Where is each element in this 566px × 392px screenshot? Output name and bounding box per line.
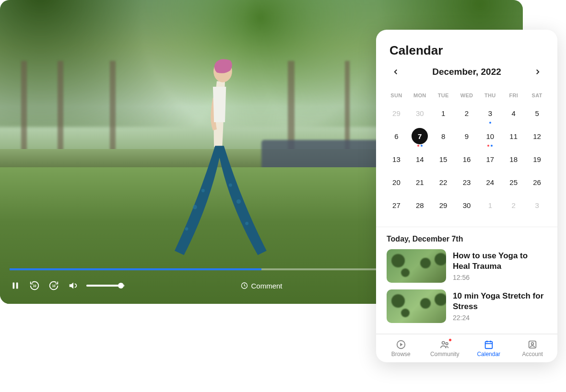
calendar-dow: SUN bbox=[385, 88, 408, 103]
calendar-day-number: 26 bbox=[529, 174, 545, 190]
calendar-day[interactable]: 6 bbox=[385, 126, 408, 149]
nav-account[interactable]: Account bbox=[515, 339, 550, 357]
calendar-day-number: 13 bbox=[388, 151, 404, 167]
calendar-day-number: 11 bbox=[506, 128, 522, 144]
notification-dot bbox=[448, 338, 452, 342]
calendar-day[interactable]: 19 bbox=[525, 149, 549, 172]
nav-label: Community bbox=[430, 351, 460, 357]
calendar-dow: THU bbox=[478, 88, 502, 103]
calendar-day[interactable]: 2 bbox=[502, 195, 525, 218]
event-thumbnail bbox=[387, 249, 446, 283]
rewind-10-button[interactable]: 10 bbox=[29, 280, 40, 291]
calendar-day[interactable]: 24 bbox=[478, 172, 502, 195]
calendar-day[interactable]: 25 bbox=[502, 172, 525, 195]
calendar-day[interactable]: 4 bbox=[502, 103, 525, 126]
calendar-dow: MON bbox=[408, 88, 432, 103]
calendar-day-number: 10 bbox=[482, 128, 498, 144]
calendar-day[interactable]: 30 bbox=[408, 103, 432, 126]
svg-text:10: 10 bbox=[52, 284, 56, 288]
calendar-title: Calendar bbox=[389, 43, 544, 58]
calendar-day[interactable]: 2 bbox=[455, 103, 479, 126]
volume-slider[interactable] bbox=[86, 285, 125, 287]
calendar-day[interactable]: 10 bbox=[478, 126, 502, 149]
calendar-day[interactable]: 11 bbox=[502, 126, 525, 149]
calendar-day-number: 14 bbox=[412, 151, 428, 167]
calendar-day[interactable]: 5 bbox=[525, 103, 549, 126]
comment-label: Comment bbox=[251, 282, 282, 290]
event-dot bbox=[417, 145, 419, 147]
calendar-day[interactable]: 21 bbox=[408, 172, 432, 195]
calendar-icon bbox=[483, 339, 494, 350]
svg-point-5 bbox=[245, 222, 248, 225]
calendar-day[interactable]: 26 bbox=[525, 172, 549, 195]
calendar-day[interactable]: 1 bbox=[478, 195, 502, 218]
calendar-day-number: 30 bbox=[459, 197, 475, 213]
calendar-day[interactable]: 15 bbox=[432, 149, 455, 172]
event-time: 22:24 bbox=[453, 314, 547, 322]
event-dot bbox=[489, 122, 491, 124]
calendar-dow: FRI bbox=[502, 88, 525, 103]
calendar-day[interactable]: 8 bbox=[432, 126, 455, 149]
calendar-day[interactable]: 1 bbox=[432, 103, 455, 126]
calendar-dow: WED bbox=[455, 88, 479, 103]
svg-marker-13 bbox=[400, 343, 403, 346]
nav-browse[interactable]: Browse bbox=[383, 339, 419, 357]
calendar-day-number: 22 bbox=[435, 174, 451, 190]
account-icon bbox=[527, 339, 538, 350]
svg-point-2 bbox=[201, 189, 205, 193]
calendar-day-number: 19 bbox=[529, 151, 545, 167]
calendar-day[interactable]: 30 bbox=[455, 195, 479, 218]
events-heading: Today, December 7th bbox=[387, 235, 547, 243]
calendar-day-number: 4 bbox=[506, 105, 522, 121]
event-thumbnail bbox=[387, 289, 446, 323]
calendar-day[interactable]: 7 bbox=[408, 126, 432, 149]
nav-label: Calendar bbox=[477, 351, 500, 357]
calendar-day-number: 2 bbox=[459, 105, 475, 121]
calendar-day[interactable]: 3 bbox=[525, 195, 549, 218]
calendar-day-number: 29 bbox=[388, 105, 404, 121]
calendar-day[interactable]: 17 bbox=[478, 149, 502, 172]
calendar-day-number: 1 bbox=[435, 105, 451, 121]
event-item[interactable]: 10 min Yoga Stretch for Stress22:24 bbox=[387, 289, 547, 323]
next-month-button[interactable] bbox=[531, 66, 544, 78]
calendar-day-number: 15 bbox=[435, 151, 451, 167]
svg-rect-8 bbox=[16, 283, 18, 289]
clock-icon bbox=[240, 282, 248, 289]
nav-community[interactable]: Community bbox=[427, 339, 462, 357]
calendar-day[interactable]: 14 bbox=[408, 149, 432, 172]
calendar-day[interactable]: 18 bbox=[502, 149, 525, 172]
calendar-day-number: 17 bbox=[482, 151, 498, 167]
pause-button[interactable] bbox=[10, 280, 21, 291]
prev-month-button[interactable] bbox=[389, 66, 402, 78]
forward-10-button[interactable]: 10 bbox=[48, 280, 59, 291]
svg-rect-7 bbox=[13, 283, 15, 289]
calendar-day-number: 12 bbox=[529, 128, 545, 144]
nav-label: Browse bbox=[391, 351, 411, 357]
calendar-day[interactable]: 27 bbox=[385, 195, 408, 218]
calendar-day-number: 20 bbox=[388, 174, 404, 190]
calendar-day[interactable]: 22 bbox=[432, 172, 455, 195]
calendar-day-number: 5 bbox=[529, 105, 545, 121]
calendar-day[interactable]: 28 bbox=[408, 195, 432, 218]
calendar-day[interactable]: 20 bbox=[385, 172, 408, 195]
calendar-day-number: 8 bbox=[435, 128, 451, 144]
volume-button[interactable] bbox=[67, 280, 79, 291]
comment-button[interactable]: Comment bbox=[240, 282, 282, 290]
svg-point-3 bbox=[185, 228, 189, 231]
calendar-day-number: 23 bbox=[459, 174, 475, 190]
calendar-day[interactable]: 9 bbox=[455, 126, 479, 149]
calendar-day[interactable]: 16 bbox=[455, 149, 479, 172]
calendar-day-number: 28 bbox=[412, 197, 428, 213]
event-item[interactable]: How to use Yoga to Heal Trauma12:56 bbox=[387, 249, 547, 283]
nav-calendar[interactable]: Calendar bbox=[471, 339, 507, 357]
calendar-day[interactable]: 12 bbox=[525, 126, 549, 149]
calendar-day-number: 3 bbox=[529, 197, 545, 213]
calendar-day[interactable]: 23 bbox=[455, 172, 479, 195]
calendar-day[interactable]: 13 bbox=[385, 149, 408, 172]
chevron-right-icon bbox=[533, 68, 542, 76]
calendar-day[interactable]: 3 bbox=[478, 103, 502, 126]
calendar-day[interactable]: 29 bbox=[432, 195, 455, 218]
calendar-day-number: 30 bbox=[412, 105, 428, 121]
calendar-day[interactable]: 29 bbox=[385, 103, 408, 126]
calendar-day-number: 25 bbox=[506, 174, 522, 190]
